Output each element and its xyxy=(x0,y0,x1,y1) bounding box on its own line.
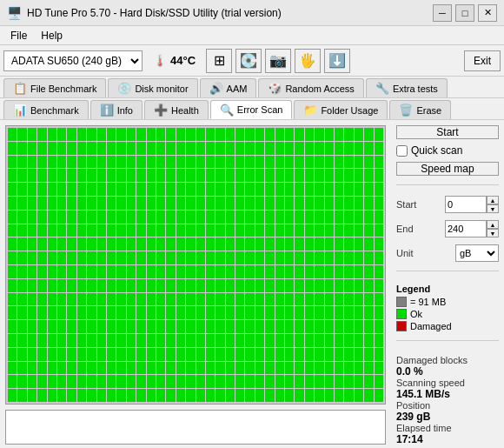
grid-cell xyxy=(245,197,254,210)
close-button[interactable]: ✕ xyxy=(478,4,497,22)
download-button[interactable]: ⬇️ xyxy=(324,49,350,73)
grid-cell xyxy=(255,169,264,182)
tab-aam[interactable]: 🔊 AAM xyxy=(200,78,257,97)
grid-cell xyxy=(265,375,274,388)
disk-button[interactable]: 💽 xyxy=(235,49,262,73)
grid-cell xyxy=(48,237,56,251)
grid-cell xyxy=(344,237,353,251)
grid-cell xyxy=(8,334,17,347)
hand-button[interactable]: 🖐️ xyxy=(295,49,321,73)
grid-cell xyxy=(285,142,294,155)
grid-cell xyxy=(147,334,156,347)
unit-row: Unit gB xyxy=(396,244,499,262)
quick-scan-label[interactable]: Quick scan xyxy=(411,144,462,157)
camera-button[interactable]: 📷 xyxy=(265,49,291,73)
grid-cell xyxy=(87,389,96,402)
grid-cell xyxy=(235,251,244,264)
grid-cell xyxy=(57,211,66,224)
unit-selector[interactable]: gB xyxy=(455,244,499,262)
tab-folder-usage-label: Folder Usage xyxy=(321,105,378,116)
grid-cell xyxy=(156,334,165,347)
grid-cell xyxy=(335,389,343,402)
grid-cell xyxy=(116,224,125,237)
grid-cell xyxy=(216,237,224,251)
end-input[interactable] xyxy=(445,220,487,237)
grid-cell xyxy=(255,251,264,264)
grid-cell xyxy=(255,334,264,347)
start-spin-up[interactable]: ▲ xyxy=(487,196,499,204)
grid-cell xyxy=(8,183,17,196)
grid-cell xyxy=(147,348,156,361)
grid-cell xyxy=(48,265,56,278)
grid-cell xyxy=(37,224,46,237)
info-button[interactable]: ⊞ xyxy=(206,49,232,73)
grid-cell xyxy=(48,306,56,319)
grid-cell xyxy=(375,334,383,347)
tab-disk-monitor[interactable]: 💿 Disk monitor xyxy=(108,78,197,97)
end-spin-up[interactable]: ▲ xyxy=(487,220,499,229)
tab-folder-usage[interactable]: 📁 Folder Usage xyxy=(294,100,388,119)
grid-cell xyxy=(176,237,185,251)
tab-health[interactable]: ➕ Health xyxy=(144,100,209,119)
grid-cell xyxy=(206,293,215,306)
grid-cell xyxy=(127,306,136,319)
grid-cell xyxy=(97,197,106,210)
grid-cell xyxy=(28,293,36,306)
help-menu[interactable]: Help xyxy=(34,28,70,43)
grid-cell xyxy=(127,156,136,169)
speed-map-button[interactable]: Speed map xyxy=(396,162,499,176)
start-spin-down[interactable]: ▼ xyxy=(487,204,499,213)
grid-cell xyxy=(226,334,235,347)
minimize-button[interactable]: ─ xyxy=(433,4,452,22)
grid-cell xyxy=(196,224,205,237)
disk-monitor-icon: 💿 xyxy=(117,82,131,95)
tab-benchmark[interactable]: 📊 Benchmark xyxy=(3,100,89,119)
grid-cell xyxy=(87,128,96,141)
quick-scan-checkbox[interactable] xyxy=(396,145,408,157)
grid-cell xyxy=(344,279,353,292)
exit-button[interactable]: Exit xyxy=(464,50,501,71)
grid-cell xyxy=(116,197,125,210)
grid-cell xyxy=(245,169,254,182)
grid-cell xyxy=(235,211,244,224)
start-input[interactable] xyxy=(445,196,487,213)
start-button[interactable]: Start xyxy=(396,125,499,139)
grid-cell xyxy=(28,224,36,237)
grid-cell xyxy=(17,334,26,347)
file-menu[interactable]: File xyxy=(3,28,34,43)
tab-info[interactable]: ℹ️ Info xyxy=(90,100,143,119)
tab-erase[interactable]: 🗑️ Erase xyxy=(389,100,451,119)
end-spin-down[interactable]: ▼ xyxy=(487,229,499,237)
tab-random-access[interactable]: 🎲 Random Access xyxy=(258,78,363,97)
grid-cell xyxy=(216,156,224,169)
grid-cell xyxy=(196,348,205,361)
position-label: Position xyxy=(396,400,499,411)
legend-box: Legend = 91 MB Ok Damaged xyxy=(396,284,499,331)
grid-cell xyxy=(344,389,353,402)
grid-cell xyxy=(375,375,383,388)
grid-cell xyxy=(67,320,76,333)
tab-file-benchmark[interactable]: 📋 File Benchmark xyxy=(3,78,106,97)
divider-2 xyxy=(396,271,499,271)
scanning-speed-label: Scanning speed xyxy=(396,378,499,388)
drive-selector[interactable]: ADATA SU650 (240 gB) xyxy=(3,50,143,71)
grid-cell xyxy=(77,128,86,141)
grid-cell xyxy=(226,320,235,333)
grid-cell xyxy=(295,183,303,196)
legend-damaged-label: Damaged xyxy=(410,321,452,331)
grid-cell xyxy=(295,211,303,224)
scanning-speed-value: 145.1 MB/s xyxy=(396,388,499,400)
grid-cell xyxy=(235,197,244,210)
legend-ok-label: Ok xyxy=(410,309,422,319)
grid-cell xyxy=(364,211,373,224)
info-icon: ℹ️ xyxy=(100,104,114,117)
grid-cell xyxy=(186,211,195,224)
grid-cell xyxy=(375,389,383,402)
erase-icon: 🗑️ xyxy=(399,104,413,117)
grid-cell xyxy=(77,197,86,210)
grid-cell xyxy=(186,279,195,292)
tab-extra-tests[interactable]: 🔧 Extra tests xyxy=(366,78,448,97)
tab-error-scan[interactable]: 🔍 Error Scan xyxy=(210,100,293,119)
grid-cell xyxy=(315,306,323,319)
maximize-button[interactable]: □ xyxy=(455,4,474,22)
